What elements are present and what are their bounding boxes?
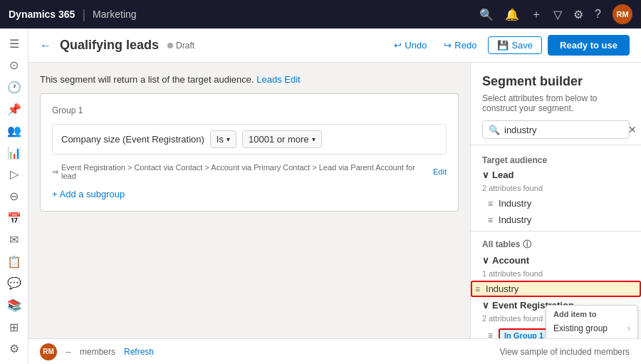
account-section-count: 1 attributes found bbox=[471, 269, 641, 281]
segment-builder-title: Segment builder bbox=[482, 74, 630, 89]
condition-path: ⇒ Event Registration > Contact via Conta… bbox=[52, 163, 447, 180]
top-navigation: Dynamics 365 | Marketing 🔍 🔔 ＋ ▽ ⚙ ? RM bbox=[0, 0, 641, 28]
sidebar-form-icon[interactable]: 📋 bbox=[1, 252, 27, 271]
account-section-toggle[interactable]: ∨ Account bbox=[471, 252, 641, 269]
lead-industry-item-1[interactable]: ≡ Industry bbox=[471, 195, 641, 212]
header-actions: ↩ Undo ↪ Redo 💾 Save Ready to use bbox=[388, 35, 630, 56]
left-sidebar: ☰ ⊙ 🕐 📌 👥 📊 ▷ ⊖ 📅 ✉ 📋 💬 📚 ⊞ ⚙ bbox=[0, 28, 28, 364]
status-dot bbox=[167, 43, 173, 48]
existing-group-label: Existing group bbox=[553, 323, 608, 333]
path-edit-link[interactable]: Edit bbox=[433, 167, 447, 176]
footer-bar: RM -- members Refresh View sample of inc… bbox=[28, 338, 641, 364]
condition-field: Company size (Event Registration) bbox=[61, 134, 204, 145]
right-panel-header: Segment builder Select attributes from b… bbox=[471, 63, 641, 145]
footer-avatar: RM bbox=[40, 343, 57, 360]
footer-members-count: -- bbox=[66, 347, 71, 357]
operator-chevron: ▾ bbox=[226, 135, 230, 143]
existing-group-arrow: › bbox=[627, 323, 630, 333]
lead-industry-item-2[interactable]: ≡ Industry bbox=[471, 212, 641, 228]
sidebar-grid-icon[interactable]: ⊞ bbox=[1, 318, 27, 337]
attribute-search-box[interactable]: 🔍 ✕ bbox=[482, 120, 630, 139]
sidebar-funnel-icon[interactable]: ⊖ bbox=[1, 187, 27, 206]
app-name: Marketing bbox=[93, 9, 136, 20]
status-badge: Draft bbox=[167, 41, 194, 51]
all-tables-label: All tables ⓘ bbox=[471, 234, 641, 252]
main-layout: ☰ ⊙ 🕐 📌 👥 📊 ▷ ⊖ 📅 ✉ 📋 💬 📚 ⊞ ⚙ ← Qualifyi… bbox=[0, 28, 641, 364]
back-button[interactable]: ← bbox=[40, 39, 51, 52]
undo-button[interactable]: ↩ Undo bbox=[388, 37, 432, 53]
bell-icon[interactable]: 🔔 bbox=[505, 8, 519, 21]
sidebar-people-icon[interactable]: 👥 bbox=[1, 121, 27, 140]
sidebar-play-icon[interactable]: ▷ bbox=[1, 165, 27, 184]
filter-icon[interactable]: ▽ bbox=[553, 8, 562, 21]
segment-note-text: This segment will return a list of the t… bbox=[40, 74, 254, 85]
attribute-search-input[interactable] bbox=[504, 125, 624, 135]
condition-row: Company size (Event Registration) Is ▾ 1… bbox=[52, 124, 447, 155]
canvas-area: This segment will return a list of the t… bbox=[28, 63, 470, 338]
content-area: ← Qualifying leads Draft ↩ Undo ↪ Redo 💾… bbox=[28, 28, 641, 364]
new-subgroup-arrow: › bbox=[627, 338, 630, 338]
footer-sample-link[interactable]: View sample of included members bbox=[499, 347, 630, 357]
condition-value[interactable]: 10001 or more ▾ bbox=[242, 130, 322, 148]
sidebar-mail-icon[interactable]: ✉ bbox=[1, 230, 27, 249]
path-icon: ⇒ bbox=[52, 167, 58, 177]
segment-edit-link[interactable]: Edit bbox=[284, 74, 300, 85]
attr-label-1: Industry bbox=[499, 198, 531, 209]
sidebar-calendar-icon[interactable]: 📅 bbox=[1, 209, 27, 228]
nav-divider: | bbox=[82, 7, 85, 22]
attr-label-2: Industry bbox=[499, 214, 531, 225]
value-chevron: ▾ bbox=[312, 135, 316, 143]
plus-icon[interactable]: ＋ bbox=[531, 7, 542, 22]
settings-icon[interactable]: ⚙ bbox=[573, 8, 583, 21]
page-title: Qualifying leads bbox=[60, 38, 159, 53]
lead-section-toggle[interactable]: ∨ Lead bbox=[471, 167, 641, 183]
undo-icon: ↩ bbox=[394, 40, 402, 51]
tooltip-new-subgroup[interactable]: New subgroup › bbox=[553, 336, 630, 338]
ready-button[interactable]: Ready to use bbox=[548, 35, 630, 56]
lead-section-count: 2 attributes found bbox=[471, 183, 641, 195]
event-reg-attr-icon: ≡ bbox=[488, 331, 493, 338]
lead-chevron-icon: ∨ bbox=[482, 170, 489, 180]
redo-icon: ↪ bbox=[444, 40, 452, 51]
attr-icon-2: ≡ bbox=[488, 215, 493, 225]
footer-refresh-link[interactable]: Refresh bbox=[124, 347, 154, 357]
tooltip-existing-group[interactable]: Existing group › bbox=[553, 321, 630, 336]
sidebar-pin-icon[interactable]: 📌 bbox=[1, 100, 27, 119]
sidebar-library-icon[interactable]: 📚 bbox=[1, 296, 27, 315]
condition-operator[interactable]: Is ▾ bbox=[210, 130, 236, 148]
sidebar-chart-icon[interactable]: 📊 bbox=[1, 143, 27, 162]
segment-note: This segment will return a list of the t… bbox=[40, 74, 459, 85]
group-label: Group 1 bbox=[52, 105, 447, 115]
account-industry-label: Industry bbox=[486, 284, 518, 294]
sidebar-recent-icon[interactable]: 🕐 bbox=[1, 78, 27, 97]
help-icon[interactable]: ? bbox=[595, 8, 601, 21]
user-avatar[interactable]: RM bbox=[613, 4, 632, 24]
header-bar: ← Qualifying leads Draft ↩ Undo ↪ Redo 💾… bbox=[28, 28, 641, 63]
search-clear-icon[interactable]: ✕ bbox=[628, 124, 637, 135]
sidebar-settings-icon[interactable]: ⚙ bbox=[1, 339, 27, 358]
account-industry-item[interactable]: ≡ Industry bbox=[471, 281, 641, 297]
redo-button[interactable]: ↪ Redo bbox=[438, 37, 482, 53]
account-chevron-icon: ∨ bbox=[482, 255, 489, 266]
add-subgroup-button[interactable]: + Add a subgroup bbox=[52, 189, 447, 199]
account-attr-icon: ≡ bbox=[475, 284, 480, 294]
new-subgroup-label: New subgroup bbox=[553, 338, 608, 338]
status-label: Draft bbox=[176, 41, 194, 51]
event-reg-chevron-icon: ∨ bbox=[482, 300, 489, 311]
save-button[interactable]: 💾 Save bbox=[488, 36, 542, 54]
page-content: This segment will return a list of the t… bbox=[28, 63, 641, 338]
sidebar-home-icon[interactable]: ⊙ bbox=[1, 56, 27, 76]
sidebar-chat-icon[interactable]: 💬 bbox=[1, 274, 27, 293]
lead-section-label: Lead bbox=[492, 170, 514, 180]
footer-members-label: members bbox=[80, 347, 115, 357]
segment-leads-link[interactable]: Leads bbox=[256, 74, 281, 85]
search-icon: 🔍 bbox=[489, 125, 500, 135]
right-panel: Segment builder Select attributes from b… bbox=[470, 63, 641, 338]
brand-name: Dynamics 365 bbox=[9, 9, 75, 20]
sidebar-menu-icon[interactable]: ☰ bbox=[1, 34, 27, 53]
account-section-label: Account bbox=[492, 255, 529, 266]
group-container: Group 1 Company size (Event Registration… bbox=[40, 93, 459, 212]
brand-logo: Dynamics 365 bbox=[9, 9, 75, 20]
search-icon[interactable]: 🔍 bbox=[479, 8, 494, 21]
attr-icon-1: ≡ bbox=[488, 199, 493, 209]
